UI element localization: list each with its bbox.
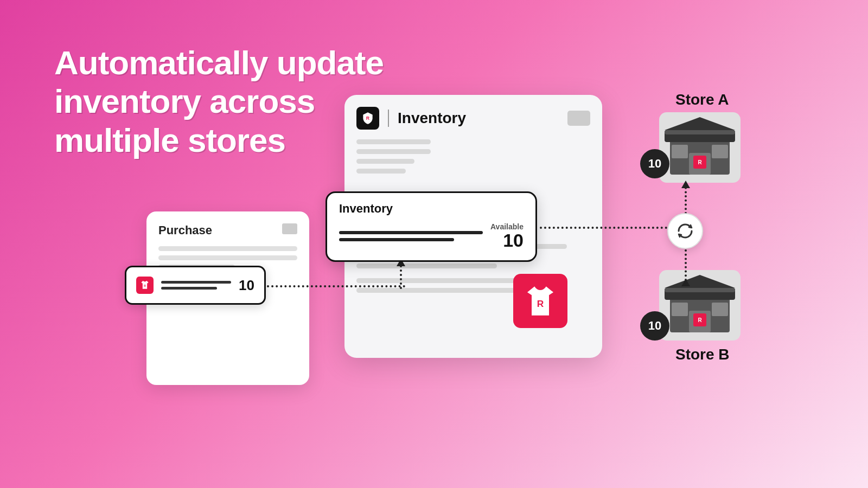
purchase-quantity: 10 xyxy=(239,277,254,294)
inventory-window-title: Inventory xyxy=(398,110,466,127)
purchase-item-line-1 xyxy=(161,281,231,284)
svg-marker-11 xyxy=(665,117,735,130)
inventory-header-divider xyxy=(388,110,389,127)
svg-text:R: R xyxy=(698,317,702,323)
svg-text:R: R xyxy=(698,159,702,165)
arrow-inventory-to-sync xyxy=(540,227,667,229)
svg-text:R: R xyxy=(366,115,370,121)
inv-bottom-line-5 xyxy=(356,288,520,293)
purchase-tshirt-icon: R xyxy=(136,277,154,294)
inventory-highlight-card: Inventory Available 10 xyxy=(326,191,537,262)
inventory-highlight-lines xyxy=(339,231,483,241)
svg-rect-16 xyxy=(672,303,688,316)
arrow-purchase-to-inventory xyxy=(267,285,405,287)
ihc-line-2 xyxy=(339,238,454,241)
store-a-badge: 10 xyxy=(640,149,669,178)
inv-line-1 xyxy=(356,139,431,144)
inventory-logo: R xyxy=(356,107,379,130)
inventory-tshirt-icon: R xyxy=(513,274,567,328)
inv-line-3 xyxy=(356,159,414,164)
inv-line-4 xyxy=(356,169,406,174)
headline: Automatically update inventory across mu… xyxy=(54,43,391,159)
arrow-sync-to-store-a-head xyxy=(681,181,690,188)
inventory-window-header: R Inventory xyxy=(356,107,590,130)
purchase-card-title: Purchase xyxy=(158,223,297,237)
store-a-card: R xyxy=(659,112,741,183)
headline-line1: Automatically update inventory across xyxy=(54,43,391,121)
inv-bottom-line-3 xyxy=(356,264,497,268)
inv-line-2 xyxy=(356,149,431,154)
headline-line2: multiple stores xyxy=(54,121,391,159)
purchase-item-lines xyxy=(161,281,231,290)
svg-rect-5 xyxy=(665,130,735,134)
purchase-line-1 xyxy=(158,246,297,251)
store-b-card: R xyxy=(659,270,741,341)
ihc-line-1 xyxy=(339,231,483,234)
purchase-line-2 xyxy=(158,255,297,260)
purchase-card-square-decoration xyxy=(282,223,297,234)
svg-text:R: R xyxy=(537,298,544,309)
svg-marker-20 xyxy=(665,275,735,288)
purchase-highlight-row: R 10 xyxy=(125,266,266,305)
svg-rect-7 xyxy=(672,145,688,158)
svg-rect-8 xyxy=(712,145,728,158)
sync-icon-circle xyxy=(667,213,703,249)
arrow-sync-to-store-b-head xyxy=(681,279,690,286)
inventory-highlight-title: Inventory xyxy=(339,202,524,216)
store-a-label: Store A xyxy=(675,91,729,108)
purchase-item-line-2 xyxy=(161,287,217,290)
svg-rect-14 xyxy=(665,288,735,292)
store-b-badge: 10 xyxy=(640,311,669,341)
arrow-sync-to-store-b xyxy=(685,249,687,281)
inventory-highlight-row: Available 10 xyxy=(339,222,524,249)
svg-rect-17 xyxy=(712,303,728,316)
store-b-label: Store B xyxy=(675,346,730,363)
svg-text:R: R xyxy=(144,284,146,287)
inventory-available-value: 10 xyxy=(490,231,524,249)
inventory-available-block: Available 10 xyxy=(490,222,524,249)
inventory-window-button xyxy=(567,111,590,126)
